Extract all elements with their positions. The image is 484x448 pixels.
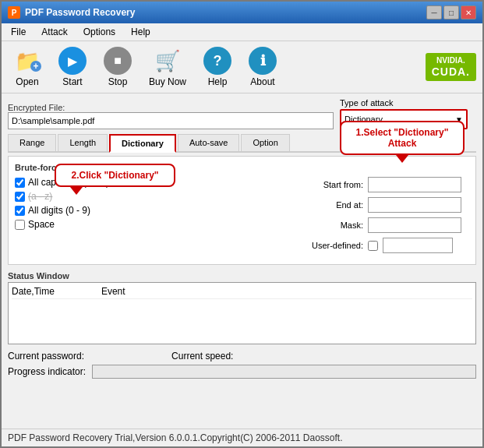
status-window: Date,Time Event <box>8 282 476 344</box>
help-label: Help <box>208 76 228 87</box>
tab-length[interactable]: Length <box>58 134 108 151</box>
stop-icon: ■ <box>104 47 132 75</box>
end-at-row: End at: <box>307 197 461 213</box>
start-from-label: Start from: <box>307 180 363 189</box>
start-from-row: Start from: <box>307 177 461 192</box>
menu-attack[interactable]: Attack <box>35 25 73 39</box>
cuda-line2: CUDA. <box>432 65 470 79</box>
mask-row: Mask: <box>307 217 461 233</box>
status-col-event: Event <box>101 286 125 297</box>
end-at-input[interactable] <box>368 197 461 213</box>
tab-autosave[interactable]: Auto-save <box>178 134 240 151</box>
callout-1: 1.Select "Dictionary" Attack <box>340 121 465 163</box>
current-password-label: Current password: <box>8 351 84 362</box>
buy-now-button[interactable]: 🛒 Buy Now <box>143 44 192 90</box>
status-col-date: Date,Time <box>12 286 55 297</box>
file-label: Encrypted File: <box>8 103 334 112</box>
start-label: Start <box>62 76 82 87</box>
folder-open-icon: 📁 + <box>13 47 41 75</box>
nvidia-badge: NVIDIA. CUDA. <box>426 53 476 82</box>
maximize-button[interactable]: □ <box>443 5 459 19</box>
bottom-status-text: PDF Password Recovery Trial,Version 6.0.… <box>8 432 343 443</box>
tab-dictionary[interactable]: Dictionary <box>109 134 176 153</box>
end-at-label: End at: <box>307 200 363 210</box>
nvidia-line1: NVIDIA. <box>436 56 465 65</box>
close-button[interactable]: ✕ <box>461 5 476 19</box>
checkbox-digits: All digits (0 - 9) <box>15 205 109 216</box>
tab-option[interactable]: Option <box>241 134 289 151</box>
current-speed-label: Current speed: <box>171 351 233 362</box>
digits-checkbox[interactable] <box>15 206 25 216</box>
menu-options[interactable]: Options <box>77 25 122 39</box>
open-label: Open <box>16 76 38 87</box>
main-area: Encrypted File: Type of attack Brute-for… <box>2 93 482 429</box>
user-defined-row: User-defined: <box>307 238 461 253</box>
help-icon: ? <box>203 47 231 75</box>
stop-button[interactable]: ■ Stop <box>98 44 137 90</box>
digits-label: All digits (0 - 9) <box>28 205 90 216</box>
caps-checkbox[interactable] <box>15 178 25 188</box>
user-defined-input[interactable] <box>383 238 453 253</box>
status-header: Date,Time Event <box>12 286 472 299</box>
callout-2: 2.Click "Dictionary" <box>55 164 175 195</box>
mask-input[interactable] <box>368 217 461 233</box>
file-input[interactable] <box>8 112 334 129</box>
menu-bar: File Attack Options Help <box>2 23 482 41</box>
progress-bar-container <box>92 365 476 379</box>
help-button[interactable]: ? Help <box>198 44 237 90</box>
buy-now-label: Buy Now <box>149 76 186 87</box>
progress-indicator-label: Progress indicator: <box>8 366 86 377</box>
main-window: P PDF Password Recovery ─ □ ✕ File Attac… <box>0 0 484 448</box>
mask-label: Mask: <box>307 220 363 230</box>
window-controls: ─ □ ✕ <box>426 5 476 19</box>
bottom-status-bar: PDF Password Recovery Trial,Version 6.0.… <box>2 429 482 446</box>
window-title: PDF Password Recovery <box>25 7 135 18</box>
start-button[interactable]: ▶ Start <box>53 44 92 90</box>
user-defined-checkbox[interactable] <box>368 241 378 251</box>
start-icon: ▶ <box>58 47 87 75</box>
space-checkbox[interactable] <box>15 220 25 230</box>
about-icon: ℹ <box>249 47 277 75</box>
space-label: Space <box>28 219 55 230</box>
stop-label: Stop <box>108 76 128 87</box>
minimize-button[interactable]: ─ <box>426 5 442 19</box>
menu-file[interactable]: File <box>5 25 32 39</box>
lowercase-label: (a - z) <box>28 191 52 202</box>
about-button[interactable]: ℹ About <box>243 44 282 90</box>
title-bar: P PDF Password Recovery ─ □ ✕ <box>2 2 482 23</box>
about-label: About <box>250 76 274 87</box>
tab-range[interactable]: Range <box>8 134 56 151</box>
progress-section: Current password: Current speed: Progres… <box>8 351 476 379</box>
status-section: Status Window Date,Time Event <box>8 271 476 344</box>
toolbar: 📁 + Open ▶ Start ■ Stop 🛒 Buy Now <box>2 41 482 93</box>
user-defined-label: User-defined: <box>307 241 363 250</box>
app-icon: P <box>8 6 20 19</box>
checkbox-space: Space <box>15 219 109 230</box>
start-from-input[interactable] <box>368 177 461 192</box>
status-window-label: Status Window <box>8 271 476 280</box>
lowercase-checkbox[interactable] <box>15 192 25 202</box>
open-button[interactable]: 📁 + Open <box>8 44 47 90</box>
cart-icon: 🛒 <box>154 47 182 75</box>
menu-help[interactable]: Help <box>125 25 157 39</box>
attack-type-label: Type of attack <box>340 98 393 108</box>
